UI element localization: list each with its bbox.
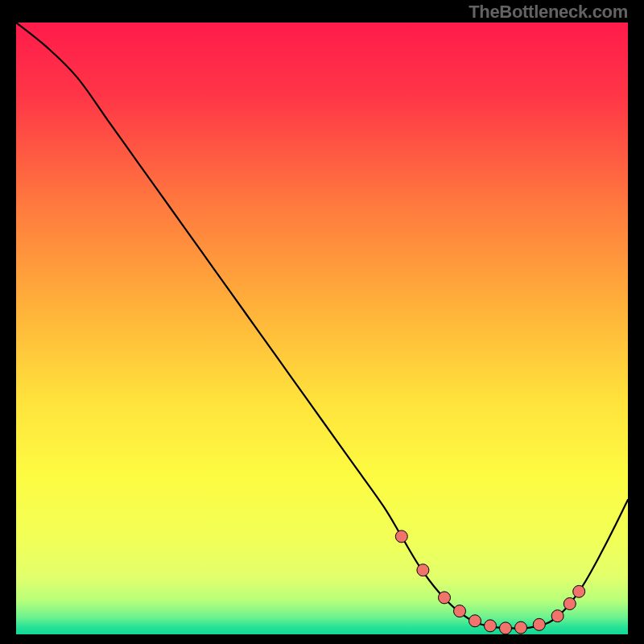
marker-point [573, 585, 585, 597]
marker-point [515, 621, 527, 634]
marker-point [417, 564, 429, 576]
marker-point [564, 598, 576, 610]
gradient-background [16, 23, 628, 634]
attribution-label: TheBottleneck.com [469, 2, 628, 23]
marker-point [395, 530, 407, 543]
plot-area [16, 23, 628, 634]
marker-point [485, 620, 497, 632]
marker-point [439, 592, 451, 604]
chart-svg [16, 23, 628, 634]
marker-point [533, 618, 545, 630]
marker-point [454, 605, 466, 617]
marker-point [551, 610, 564, 622]
marker-point [500, 622, 512, 634]
chart-stage: TheBottleneck.com [0, 0, 644, 644]
marker-point [469, 615, 481, 627]
